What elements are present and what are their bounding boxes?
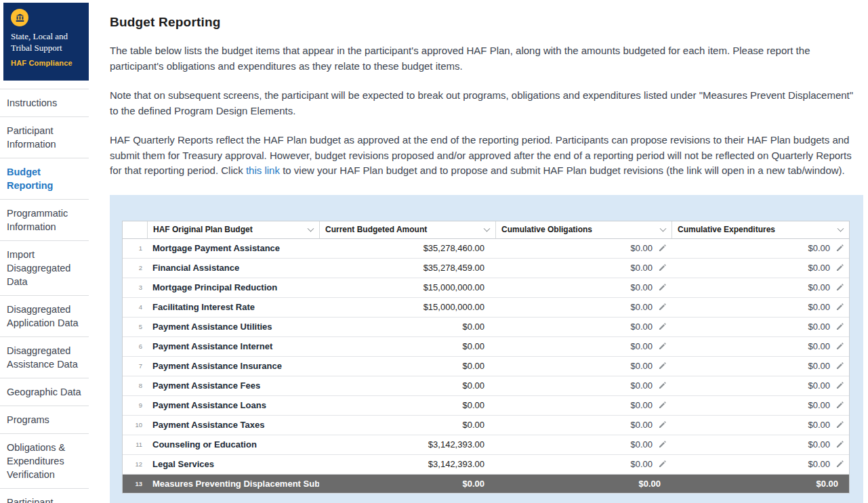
current-budgeted-amount: $3,142,393.00 [319,439,495,450]
edit-expenditures-button[interactable] [835,440,844,449]
edit-obligations-button[interactable] [657,460,666,468]
obligations-value: $0.00 [630,322,653,332]
cumulative-expenditures-cell: $0.00 [671,420,849,430]
expenditures-value: $0.00 [808,439,830,450]
pencil-icon [658,264,666,272]
expenditures-value: $0.00 [808,322,830,332]
table-row: 2 Financial Assistance $35,278,459.00 $0… [123,259,849,278]
cumulative-obligations-cell: $0.00 [495,420,671,430]
sidebar-item-budget-reporting[interactable]: Budget Reporting [0,158,89,199]
column-header-haf-original-plan-budget[interactable]: HAF Original Plan Budget [147,221,319,238]
budget-item-name: Mortgage Principal Reduction [147,282,319,292]
haf-plan-budget-link[interactable]: this link [246,165,280,176]
pencil-icon [658,460,666,468]
sidebar-item-obligations-expenditures-verification[interactable]: Obligations & Expenditures Verification [0,433,89,488]
row-number: 4 [123,303,147,311]
expenditures-value: $0.00 [808,420,830,430]
sidebar-item-participant-information[interactable]: Participant Information [0,116,89,158]
pencil-icon [658,382,666,390]
column-header-label: Cumulative Expenditures [678,225,775,234]
edit-expenditures-button[interactable] [835,322,844,331]
table-row: 9 Payment Assistance Loans $0.00 $0.00 $… [123,396,849,416]
edit-obligations-button[interactable] [657,303,666,311]
row-number: 3 [123,284,147,291]
edit-expenditures-button[interactable] [835,420,844,429]
cumulative-expenditures-cell: $0.00 [671,380,849,391]
budget-item-name: Payment Assistance Taxes [147,420,319,430]
edit-obligations-button[interactable] [657,283,666,292]
current-budgeted-amount: $0.00 [319,380,495,391]
cumulative-expenditures-cell: $0.00 [671,439,849,450]
cumulative-expenditures-subtotal: $0.00 [671,479,849,489]
sidebar-item-geographic-data[interactable]: Geographic Data [0,378,89,406]
cumulative-expenditures-cell: $0.00 [671,400,849,410]
pencil-icon [658,303,666,311]
cumulative-obligations-cell: $0.00 [495,243,671,253]
row-number: 10 [123,421,147,429]
column-header-current-budgeted-amount[interactable]: Current Budgeted Amount [319,221,495,238]
note-paragraph: Note that on subsequent screens, the par… [110,88,863,118]
app-name: HAF Compliance [11,59,82,67]
pencil-icon [658,323,666,331]
row-number: 5 [123,323,147,330]
sidebar-nav: Instructions Participant Information Bud… [0,89,89,503]
cumulative-expenditures-cell: $0.00 [671,361,849,371]
current-budgeted-amount: $15,000,000.00 [319,302,495,312]
expenditures-value: $0.00 [808,380,830,391]
edit-expenditures-button[interactable] [835,362,844,370]
column-header-cumulative-obligations[interactable]: Cumulative Obligations [495,221,671,238]
chevron-down-icon[interactable] [660,225,667,232]
edit-expenditures-button[interactable] [835,381,844,390]
app-window: State, Local and Tribal Support HAF Comp… [0,0,868,503]
row-number: 12 [123,460,147,468]
sidebar-item-import-disaggregated-data[interactable]: Import Disaggregated Data [0,240,89,295]
edit-obligations-button[interactable] [657,322,666,331]
edit-obligations-button[interactable] [657,342,666,351]
pencil-icon [835,323,844,331]
table-row: 5 Payment Assistance Utilities $0.00 $0.… [123,318,849,337]
column-header-label: Current Budgeted Amount [325,225,427,234]
table-header-row: HAF Original Plan Budget Current Budgete… [123,221,849,239]
cumulative-expenditures-cell: $0.00 [671,341,849,351]
table-row: 6 Payment Assistance Internet $0.00 $0.0… [123,337,849,357]
treasury-seal-icon [11,9,28,26]
edit-obligations-button[interactable] [657,381,666,390]
table-row: 11 Counseling or Education $3,142,393.00… [123,435,849,455]
budget-table: HAF Original Plan Budget Current Budgete… [122,221,850,494]
obligations-value: $0.00 [630,243,653,253]
edit-obligations-button[interactable] [657,263,666,272]
pencil-icon [658,284,666,292]
sidebar-item-programmatic-information[interactable]: Programmatic Information [0,199,89,240]
edit-expenditures-button[interactable] [835,283,844,292]
row-number: 6 [123,343,147,350]
row-number: 2 [123,264,147,271]
edit-expenditures-button[interactable] [835,401,844,410]
edit-expenditures-button[interactable] [835,342,844,351]
edit-expenditures-button[interactable] [835,244,844,253]
edit-expenditures-button[interactable] [835,263,844,272]
obligations-value: $0.00 [630,400,653,410]
chevron-down-icon[interactable] [484,225,491,232]
obligations-value: $0.00 [630,420,653,430]
budget-table-panel: HAF Original Plan Budget Current Budgete… [110,195,863,503]
chevron-down-icon[interactable] [838,225,844,232]
edit-obligations-button[interactable] [657,440,666,449]
edit-expenditures-button[interactable] [835,460,844,468]
sidebar-item-instructions[interactable]: Instructions [0,89,89,116]
sidebar-item-participant[interactable]: Participant [0,488,89,503]
cumulative-expenditures-cell: $0.00 [671,322,849,332]
budget-item-name: Payment Assistance Loans [147,400,319,410]
sidebar-item-disaggregated-application-data[interactable]: Disaggregated Application Data [0,295,89,336]
column-header-cumulative-expenditures[interactable]: Cumulative Expenditures [671,221,849,238]
current-budgeted-amount: $0.00 [319,400,495,410]
sidebar-item-programs[interactable]: Programs [0,406,89,433]
edit-obligations-button[interactable] [657,401,666,410]
edit-obligations-button[interactable] [657,420,666,429]
sidebar-item-disaggregated-assistance-data[interactable]: Disaggregated Assistance Data [0,336,89,378]
edit-obligations-button[interactable] [657,244,666,253]
chevron-down-icon[interactable] [308,225,314,232]
table-row: 10 Payment Assistance Taxes $0.00 $0.00 … [123,416,849,435]
edit-obligations-button[interactable] [657,362,666,370]
cumulative-obligations-cell: $0.00 [495,263,671,273]
edit-expenditures-button[interactable] [835,303,844,311]
